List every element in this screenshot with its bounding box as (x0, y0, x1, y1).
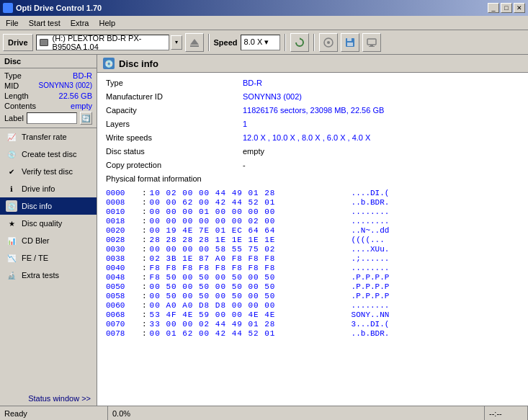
sidebar-item-fe-te[interactable]: 📉FE / TE (0, 249, 97, 267)
info-label: Disc status (106, 147, 243, 158)
toolbar-save-btn[interactable] (341, 33, 359, 52)
info-value: - (243, 161, 519, 172)
toolbar-monitor-btn[interactable] (362, 33, 381, 52)
disc-label-row: Label 🔄 (4, 112, 92, 125)
svg-rect-1 (190, 45, 199, 47)
disc-length-row: Length 22.56 GB (4, 91, 92, 100)
nav-icon-extra-tests: 🔬 (6, 269, 17, 281)
hex-ascii: .P.P.P.P (352, 273, 390, 282)
disc-type-row: Type BD-R (4, 71, 92, 80)
status-window-button[interactable]: Status window >> (0, 391, 97, 406)
svg-marker-0 (190, 39, 199, 45)
panel-content: TypeBD-RManufacturer IDSONYNN3 (002)Capa… (97, 73, 528, 406)
speed-label: Speed (214, 38, 238, 47)
disc-label-button[interactable]: 🔄 (80, 112, 92, 125)
info-label: Layers (106, 120, 243, 131)
speed-select[interactable]: 8.0 X ▾ (241, 35, 280, 50)
hex-ascii: ..b.BDR. (352, 198, 390, 207)
menu-file[interactable]: File (1, 17, 23, 29)
sidebar-item-extra-tests[interactable]: 🔬Extra tests (0, 267, 97, 284)
hex-row: 0068 : 53 4F 4E 59 00 00 4E 4ESONY..NN (106, 310, 519, 319)
hex-row: 0040 : F8 F8 F8 F8 F8 F8 F8 F8........ (106, 264, 519, 272)
nav-icon-fe-te: 📉 (6, 252, 17, 264)
panel-title: Disc info (119, 58, 158, 69)
hex-bytes: 33 00 00 02 44 49 01 28 (150, 320, 352, 329)
hex-ascii: ..b.BDR. (352, 329, 390, 338)
sidebar-item-verify-test-disc[interactable]: ✔Verify test disc (0, 163, 97, 180)
disc-type-label: Type (4, 71, 22, 80)
disc-label-label: Label (4, 114, 24, 122)
hex-bytes: 00 A0 A0 D8 D8 00 00 00 (150, 301, 352, 310)
nav-label-cd-bler: CD Bler (22, 236, 50, 245)
disc-mid-value: SONYNN3 (002) (39, 81, 92, 90)
info-label: Type (106, 79, 243, 90)
disc-label-input[interactable] (27, 112, 77, 124)
toolbar-separator-3 (313, 34, 315, 51)
toolbar-disc-btn[interactable] (319, 33, 338, 52)
menu-bar: File Start test Extra Help (0, 16, 528, 30)
hex-addr: 0030 (106, 245, 142, 254)
menu-help[interactable]: Help (94, 17, 120, 29)
drive-select[interactable]: (H:) PLEXTOR BD-R PX-B950SA 1.04 (36, 35, 169, 50)
info-value: 11826176 sectors, 23098 MB, 22.56 GB (243, 106, 519, 117)
drive-dropdown-arrow[interactable]: ▾ (171, 35, 182, 50)
info-label: Manufacturer ID (106, 92, 243, 104)
sidebar: Disc Type BD-R MID SONYNN3 (002) Length … (0, 55, 97, 406)
hex-bytes: 00 01 62 00 42 44 52 01 (150, 329, 352, 338)
drive-dropdown[interactable]: (H:) PLEXTOR BD-R PX-B950SA 1.04 ▾ (36, 35, 182, 50)
hex-row: 0070 : 33 00 00 02 44 49 01 283...DI.( (106, 320, 519, 329)
hex-row: 0020 : 00 19 4E 7E 01 EC 64 64..N~..dd (106, 226, 519, 235)
hex-bytes: 00 00 00 01 00 00 00 00 (150, 207, 352, 216)
app-icon (3, 3, 13, 13)
nav-label-fe-te: FE / TE (22, 254, 48, 262)
disc-info-table: TypeBD-RManufacturer IDSONYNN3 (002)Capa… (106, 79, 519, 186)
disc-contents-row: Contents empty (4, 102, 92, 110)
info-value: 1 (243, 120, 519, 131)
sidebar-item-create-test-disc[interactable]: 💿Create test disc (0, 146, 97, 163)
maximize-button[interactable]: □ (501, 3, 512, 13)
info-value: empty (243, 147, 519, 158)
hex-addr: 0060 (106, 301, 142, 310)
hex-bytes: 00 00 62 00 42 44 52 01 (150, 198, 352, 207)
toolbar-eject-btn[interactable] (185, 33, 204, 52)
right-panel: 💿 Disc info TypeBD-RManufacturer IDSONYN… (97, 55, 528, 406)
svg-rect-8 (367, 39, 376, 45)
status-progress: 0.0% (108, 406, 485, 420)
info-row: TypeBD-R (106, 79, 519, 90)
hex-bytes: 28 28 28 28 1E 1E 1E 1E (150, 236, 352, 244)
sidebar-item-cd-bler[interactable]: 📊CD Bler (0, 232, 97, 249)
info-row: Write speeds12.0 X , 10.0 X , 8.0 X , 6.… (106, 133, 519, 145)
disc-contents-label: Contents (4, 102, 36, 110)
svg-rect-10 (369, 46, 375, 47)
menu-extra[interactable]: Extra (66, 17, 94, 29)
speed-value: 8.0 X ▾ (244, 37, 269, 47)
drive-label: Drive (3, 34, 33, 51)
minimize-button[interactable]: _ (488, 3, 499, 13)
hex-row: 0078 : 00 01 62 00 42 44 52 01..b.BDR. (106, 329, 519, 338)
hex-block: 0000 : 10 02 00 00 44 49 01 28....DI.(00… (106, 189, 519, 338)
status-text: Ready (0, 406, 108, 420)
disc-mid-row: MID SONYNN3 (002) (4, 81, 92, 90)
sidebar-item-disc-quality[interactable]: ★Disc quality (0, 215, 97, 232)
sidebar-item-drive-info[interactable]: ℹDrive info (0, 180, 97, 197)
menu-start-test[interactable]: Start test (24, 17, 65, 29)
toolbar: Drive (H:) PLEXTOR BD-R PX-B950SA 1.04 ▾… (0, 30, 528, 55)
sidebar-item-transfer-rate[interactable]: 📈Transfer rate (0, 128, 97, 146)
hex-ascii: .P.P.P.P (352, 292, 390, 300)
close-button[interactable]: ✕ (514, 3, 525, 13)
toolbar-refresh-btn[interactable] (290, 33, 309, 52)
title-bar-text: Opti Drive Control 1.70 (3, 3, 102, 13)
nav-label-create-test-disc: Create test disc (22, 150, 76, 158)
nav-icon-drive-info: ℹ (6, 183, 17, 195)
hex-row: 0000 : 10 02 00 00 44 49 01 28....DI.( (106, 189, 519, 197)
hex-ascii: .P.P.P.P (352, 282, 390, 291)
hex-row: 0018 : 00 00 00 00 00 00 02 00........ (106, 217, 519, 225)
hex-ascii: ..N~..dd (352, 226, 390, 235)
hex-ascii: ........ (352, 264, 390, 272)
hex-bytes: 53 4F 4E 59 00 00 4E 4E (150, 310, 352, 319)
hex-ascii: ........ (352, 207, 390, 216)
info-row: Layers1 (106, 120, 519, 131)
sidebar-item-disc-info[interactable]: 💿Disc info (0, 197, 97, 215)
nav-label-transfer-rate: Transfer rate (22, 133, 67, 141)
hex-addr: 0070 (106, 320, 142, 329)
